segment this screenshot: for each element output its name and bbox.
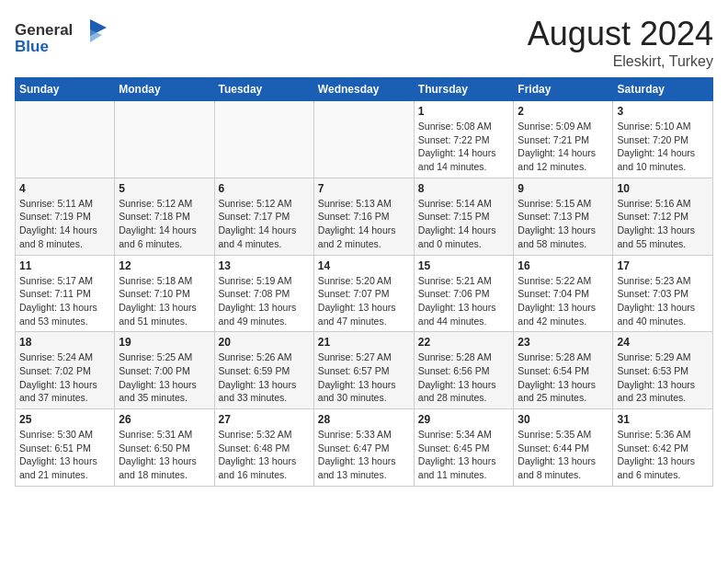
table-row: 11Sunrise: 5:17 AMSunset: 7:11 PMDayligh… bbox=[16, 255, 115, 332]
day-number: 18 bbox=[19, 336, 110, 349]
table-row: 15Sunrise: 5:21 AMSunset: 7:06 PMDayligh… bbox=[414, 255, 514, 332]
day-number: 16 bbox=[518, 259, 609, 272]
header-saturday: Saturday bbox=[613, 78, 713, 101]
day-info: Sunrise: 5:28 AMSunset: 6:56 PMDaylight:… bbox=[418, 350, 510, 405]
month-year: August 2024 bbox=[528, 15, 713, 53]
day-info: Sunrise: 5:24 AMSunset: 7:02 PMDaylight:… bbox=[19, 350, 110, 405]
table-row bbox=[313, 101, 414, 178]
logo: General Blue bbox=[15, 15, 116, 64]
day-info: Sunrise: 5:16 AMSunset: 7:12 PMDaylight:… bbox=[617, 197, 709, 251]
table-row: 17Sunrise: 5:23 AMSunset: 7:03 PMDayligh… bbox=[613, 255, 713, 332]
day-number: 1 bbox=[418, 105, 510, 118]
table-row: 21Sunrise: 5:27 AMSunset: 6:57 PMDayligh… bbox=[313, 332, 414, 409]
table-row: 12Sunrise: 5:18 AMSunset: 7:10 PMDayligh… bbox=[115, 255, 214, 332]
day-number: 27 bbox=[219, 413, 310, 426]
table-row: 23Sunrise: 5:28 AMSunset: 6:54 PMDayligh… bbox=[514, 332, 613, 409]
day-number: 4 bbox=[19, 182, 110, 195]
header-friday: Friday bbox=[514, 78, 613, 101]
table-row: 13Sunrise: 5:19 AMSunset: 7:08 PMDayligh… bbox=[214, 255, 313, 332]
day-info: Sunrise: 5:30 AMSunset: 6:51 PMDaylight:… bbox=[19, 428, 110, 482]
day-info: Sunrise: 5:35 AMSunset: 6:44 PMDaylight:… bbox=[518, 428, 609, 482]
header-sunday: Sunday bbox=[16, 78, 115, 101]
day-info: Sunrise: 5:25 AMSunset: 7:00 PMDaylight:… bbox=[119, 350, 210, 405]
table-row: 20Sunrise: 5:26 AMSunset: 6:59 PMDayligh… bbox=[214, 332, 313, 409]
day-info: Sunrise: 5:23 AMSunset: 7:03 PMDaylight:… bbox=[617, 274, 709, 328]
day-info: Sunrise: 5:12 AMSunset: 7:18 PMDaylight:… bbox=[119, 197, 210, 251]
day-number: 22 bbox=[418, 336, 510, 349]
svg-text:Blue: Blue bbox=[15, 38, 49, 55]
day-number: 12 bbox=[119, 259, 210, 272]
day-number: 29 bbox=[418, 413, 510, 426]
day-info: Sunrise: 5:15 AMSunset: 7:13 PMDaylight:… bbox=[518, 197, 609, 251]
table-row: 24Sunrise: 5:29 AMSunset: 6:53 PMDayligh… bbox=[613, 332, 713, 409]
day-number: 21 bbox=[318, 336, 410, 349]
table-row: 1Sunrise: 5:08 AMSunset: 7:22 PMDaylight… bbox=[414, 101, 514, 178]
day-number: 30 bbox=[518, 413, 609, 426]
day-info: Sunrise: 5:17 AMSunset: 7:11 PMDaylight:… bbox=[19, 274, 110, 328]
header-tuesday: Tuesday bbox=[214, 78, 313, 101]
table-row: 26Sunrise: 5:31 AMSunset: 6:50 PMDayligh… bbox=[115, 409, 214, 487]
calendar-header-row: Sunday Monday Tuesday Wednesday Thursday… bbox=[16, 78, 713, 101]
day-info: Sunrise: 5:18 AMSunset: 7:10 PMDaylight:… bbox=[119, 274, 210, 328]
day-info: Sunrise: 5:36 AMSunset: 6:42 PMDaylight:… bbox=[617, 428, 709, 482]
calendar-week-row: 25Sunrise: 5:30 AMSunset: 6:51 PMDayligh… bbox=[16, 409, 713, 487]
day-info: Sunrise: 5:12 AMSunset: 7:17 PMDaylight:… bbox=[219, 197, 310, 251]
header-wednesday: Wednesday bbox=[313, 78, 414, 101]
day-info: Sunrise: 5:11 AMSunset: 7:19 PMDaylight:… bbox=[19, 197, 110, 251]
day-number: 25 bbox=[19, 413, 110, 426]
header-monday: Monday bbox=[115, 78, 214, 101]
table-row: 8Sunrise: 5:14 AMSunset: 7:15 PMDaylight… bbox=[414, 178, 514, 255]
table-row: 2Sunrise: 5:09 AMSunset: 7:21 PMDaylight… bbox=[514, 101, 613, 178]
day-info: Sunrise: 5:08 AMSunset: 7:22 PMDaylight:… bbox=[418, 120, 510, 174]
table-row bbox=[16, 101, 115, 178]
day-info: Sunrise: 5:10 AMSunset: 7:20 PMDaylight:… bbox=[617, 120, 709, 174]
day-number: 3 bbox=[617, 105, 709, 118]
day-info: Sunrise: 5:33 AMSunset: 6:47 PMDaylight:… bbox=[318, 428, 410, 482]
day-number: 26 bbox=[119, 413, 210, 426]
table-row: 19Sunrise: 5:25 AMSunset: 7:00 PMDayligh… bbox=[115, 332, 214, 409]
logo-text: General Blue bbox=[15, 15, 116, 64]
day-info: Sunrise: 5:14 AMSunset: 7:15 PMDaylight:… bbox=[418, 197, 510, 251]
table-row: 27Sunrise: 5:32 AMSunset: 6:48 PMDayligh… bbox=[214, 409, 313, 487]
day-info: Sunrise: 5:26 AMSunset: 6:59 PMDaylight:… bbox=[219, 350, 310, 405]
day-number: 19 bbox=[119, 336, 210, 349]
day-number: 6 bbox=[219, 182, 310, 195]
location: Eleskirt, Turkey bbox=[528, 53, 713, 70]
calendar-week-row: 18Sunrise: 5:24 AMSunset: 7:02 PMDayligh… bbox=[16, 332, 713, 409]
table-row: 9Sunrise: 5:15 AMSunset: 7:13 PMDaylight… bbox=[514, 178, 613, 255]
day-info: Sunrise: 5:31 AMSunset: 6:50 PMDaylight:… bbox=[119, 428, 210, 482]
table-row: 6Sunrise: 5:12 AMSunset: 7:17 PMDaylight… bbox=[214, 178, 313, 255]
day-number: 7 bbox=[318, 182, 410, 195]
day-number: 23 bbox=[518, 336, 609, 349]
day-number: 31 bbox=[617, 413, 709, 426]
day-info: Sunrise: 5:27 AMSunset: 6:57 PMDaylight:… bbox=[318, 350, 410, 405]
day-info: Sunrise: 5:21 AMSunset: 7:06 PMDaylight:… bbox=[418, 274, 510, 328]
table-row: 3Sunrise: 5:10 AMSunset: 7:20 PMDaylight… bbox=[613, 101, 713, 178]
day-info: Sunrise: 5:28 AMSunset: 6:54 PMDaylight:… bbox=[518, 350, 609, 405]
day-info: Sunrise: 5:20 AMSunset: 7:07 PMDaylight:… bbox=[318, 274, 410, 328]
calendar-table: Sunday Monday Tuesday Wednesday Thursday… bbox=[15, 77, 713, 487]
svg-text:General: General bbox=[15, 21, 73, 39]
day-info: Sunrise: 5:22 AMSunset: 7:04 PMDaylight:… bbox=[518, 274, 609, 328]
table-row: 28Sunrise: 5:33 AMSunset: 6:47 PMDayligh… bbox=[313, 409, 414, 487]
table-row: 16Sunrise: 5:22 AMSunset: 7:04 PMDayligh… bbox=[514, 255, 613, 332]
day-number: 13 bbox=[219, 259, 310, 272]
title-block: August 2024 Eleskirt, Turkey bbox=[528, 15, 713, 70]
day-number: 24 bbox=[617, 336, 709, 349]
table-row: 14Sunrise: 5:20 AMSunset: 7:07 PMDayligh… bbox=[313, 255, 414, 332]
day-info: Sunrise: 5:19 AMSunset: 7:08 PMDaylight:… bbox=[219, 274, 310, 328]
table-row: 22Sunrise: 5:28 AMSunset: 6:56 PMDayligh… bbox=[414, 332, 514, 409]
day-number: 10 bbox=[617, 182, 709, 195]
day-number: 28 bbox=[318, 413, 410, 426]
day-info: Sunrise: 5:13 AMSunset: 7:16 PMDaylight:… bbox=[318, 197, 410, 251]
day-number: 14 bbox=[318, 259, 410, 272]
day-number: 11 bbox=[19, 259, 110, 272]
table-row: 31Sunrise: 5:36 AMSunset: 6:42 PMDayligh… bbox=[613, 409, 713, 487]
day-number: 9 bbox=[518, 182, 609, 195]
header-thursday: Thursday bbox=[414, 78, 514, 101]
calendar-week-row: 11Sunrise: 5:17 AMSunset: 7:11 PMDayligh… bbox=[16, 255, 713, 332]
table-row: 10Sunrise: 5:16 AMSunset: 7:12 PMDayligh… bbox=[613, 178, 713, 255]
day-info: Sunrise: 5:34 AMSunset: 6:45 PMDaylight:… bbox=[418, 428, 510, 482]
table-row: 18Sunrise: 5:24 AMSunset: 7:02 PMDayligh… bbox=[16, 332, 115, 409]
table-row: 5Sunrise: 5:12 AMSunset: 7:18 PMDaylight… bbox=[115, 178, 214, 255]
